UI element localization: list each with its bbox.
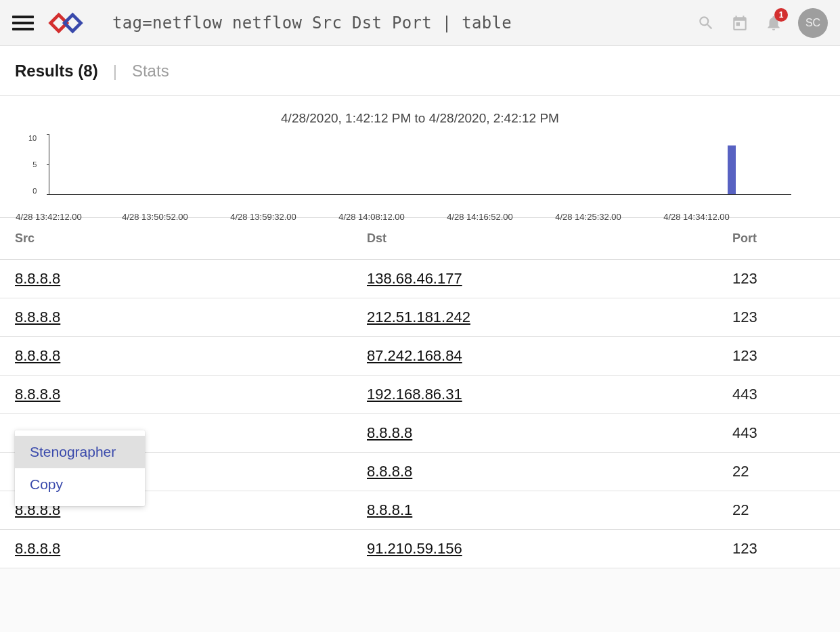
dst-link[interactable]: 212.51.181.242 [367,309,470,325]
table-row: 8.8.8.8212.51.181.242123 [0,298,840,337]
port-cell: 123 [717,337,840,376]
tab-stats[interactable]: Stats [132,62,169,81]
menu-button[interactable] [12,16,34,30]
dst-link[interactable]: 87.242.168.84 [367,347,462,364]
notification-badge: 1 [774,8,788,22]
port-cell: 123 [717,298,840,337]
table-row: 8.8.8.8138.68.46.177123 [0,260,840,298]
result-tabs: Results (8) | Stats [0,46,840,96]
calendar-icon[interactable] [730,14,749,32]
timeline-chart: 4/28/2020, 1:42:12 PM to 4/28/2020, 2:42… [0,96,840,218]
search-query-text[interactable]: tag=netflow netflow Src Dst Port | table [112,14,697,32]
chart-bar[interactable] [728,145,736,194]
search-icon[interactable] [697,14,715,32]
port-cell: 123 [717,260,840,298]
src-link[interactable]: 8.8.8.8 [15,270,60,287]
app-logo[interactable] [47,9,85,37]
table-row: 8.8.8.887.242.168.84123 [0,337,840,376]
notifications-icon[interactable]: 1 [764,14,783,32]
port-cell: 22 [717,453,840,491]
table-row: 8.8.8.891.210.59.156123 [0,530,840,568]
src-link[interactable]: 8.8.8.8 [15,347,60,364]
context-menu-item[interactable]: Copy [15,468,145,501]
context-menu: StenographerCopy [15,430,145,506]
chart-plot[interactable] [49,134,791,195]
dst-link[interactable]: 8.8.8.8 [367,463,412,480]
dst-link[interactable]: 91.210.59.156 [367,540,462,557]
port-cell: 443 [717,414,840,453]
column-header-port[interactable]: Port [717,218,840,260]
dst-link[interactable]: 8.8.8.1 [367,501,412,518]
src-link[interactable]: 8.8.8.8 [15,386,60,403]
results-table: Src Dst Port 8.8.8.8138.68.46.1771238.8.… [0,218,840,568]
dst-link[interactable]: 138.68.46.177 [367,270,462,287]
chart-y-axis: 10 5 0 [28,134,37,195]
context-menu-item[interactable]: Stenographer [15,436,145,468]
port-cell: 22 [717,491,840,530]
tab-separator: | [113,62,117,81]
chart-title: 4/28/2020, 1:42:12 PM to 4/28/2020, 2:42… [15,111,825,126]
table-header-row: Src Dst Port [0,218,840,260]
avatar[interactable]: SC [798,8,828,38]
port-cell: 443 [717,376,840,414]
port-cell: 123 [717,530,840,568]
table-row: 8.8.8.8192.168.86.31443 [0,376,840,414]
column-header-dst[interactable]: Dst [352,218,717,260]
dst-link[interactable]: 192.168.86.31 [367,386,462,403]
app-header: tag=netflow netflow Src Dst Port | table… [0,0,840,46]
dst-link[interactable]: 8.8.8.8 [367,424,412,441]
tab-results[interactable]: Results (8) [15,62,98,81]
src-link[interactable]: 8.8.8.8 [15,309,60,325]
src-link[interactable]: 8.8.8.8 [15,540,60,557]
column-header-src[interactable]: Src [0,218,352,260]
